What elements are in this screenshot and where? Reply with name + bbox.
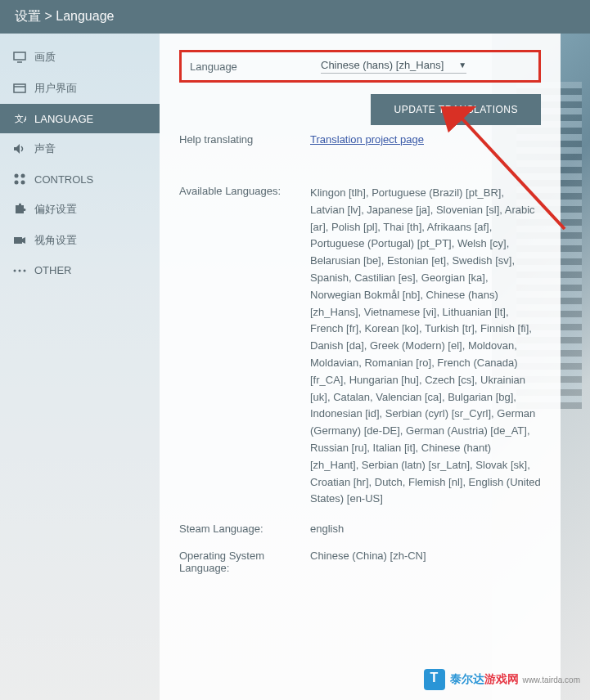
available-languages-list: Klingon [tlh], Portuguese (Brazil) [pt_B… xyxy=(310,185,541,508)
update-translations-button[interactable]: UPDATE TRANSLATIONS xyxy=(371,94,541,125)
svg-rect-10 xyxy=(14,237,22,244)
language-dropdown-value: Chinese (hans) [zh_Hans] xyxy=(321,59,444,71)
breadcrumb-current: Language xyxy=(56,9,114,23)
svg-point-12 xyxy=(14,269,16,271)
svg-text:文A: 文A xyxy=(15,114,26,123)
sidebar-item-label: OTHER xyxy=(34,264,72,276)
svg-point-13 xyxy=(19,269,21,271)
sidebar-item-camera[interactable]: 视角设置 xyxy=(0,225,160,256)
gamepad-icon xyxy=(11,173,28,186)
steam-language-row: Steam Language: english xyxy=(179,523,541,535)
sidebar-item-label: LANGUAGE xyxy=(34,113,93,125)
watermark-text-2: 游戏网 xyxy=(484,672,519,687)
content-panel: Language Chinese (hans) [zh_Hans] ▼ UPDA… xyxy=(160,34,561,700)
os-language-row: Operating System Language: Chinese (Chin… xyxy=(179,550,541,574)
puzzle-icon xyxy=(11,203,28,216)
sidebar-item-language[interactable]: 文A LANGUAGE xyxy=(0,104,160,133)
svg-point-8 xyxy=(15,181,19,185)
svg-point-14 xyxy=(24,269,26,271)
sidebar-item-label: 视角设置 xyxy=(34,233,77,248)
speaker-icon xyxy=(11,143,28,155)
language-label: Language xyxy=(190,61,321,73)
card-icon xyxy=(11,83,28,93)
sidebar-item-display[interactable]: 画质 xyxy=(0,42,160,73)
monitor-icon xyxy=(11,52,28,63)
watermark-url: www.tairda.com xyxy=(522,675,580,684)
svg-rect-2 xyxy=(14,84,25,92)
language-dropdown[interactable]: Chinese (hans) [zh_Hans] ▼ xyxy=(321,59,466,74)
camera-icon xyxy=(11,236,28,245)
sidebar-item-controls[interactable]: CONTROLS xyxy=(0,164,160,194)
help-translating-label: Help translating xyxy=(179,133,310,146)
breadcrumb-separator: > xyxy=(44,9,52,23)
steam-language-value: english xyxy=(310,523,541,535)
sidebar: 画质 用户界面 文A LANGUAGE 声音 CONTROLS xyxy=(0,34,160,700)
svg-point-6 xyxy=(15,174,19,178)
sidebar-item-label: 画质 xyxy=(34,50,56,65)
svg-marker-5 xyxy=(14,144,20,154)
sidebar-item-other[interactable]: OTHER xyxy=(0,256,160,285)
breadcrumb: 设置 > Language xyxy=(0,0,590,34)
sidebar-item-preferences[interactable]: 偏好设置 xyxy=(0,194,160,225)
svg-marker-11 xyxy=(22,237,25,244)
available-languages-label: Available Languages: xyxy=(179,185,310,508)
watermark-logo-icon xyxy=(424,669,445,690)
translate-icon: 文A xyxy=(11,112,28,125)
help-translating-row: Help translating Translation project pag… xyxy=(179,133,541,146)
watermark: 泰尔达游戏网 www.tairda.com xyxy=(424,669,580,690)
sidebar-item-label: 声音 xyxy=(34,141,56,156)
main-container: 画质 用户界面 文A LANGUAGE 声音 CONTROLS xyxy=(0,34,590,700)
translation-project-link[interactable]: Translation project page xyxy=(310,133,424,146)
svg-rect-0 xyxy=(14,52,25,60)
os-language-label: Operating System Language: xyxy=(179,550,310,574)
breadcrumb-root[interactable]: 设置 xyxy=(15,9,41,23)
dots-icon xyxy=(11,269,28,272)
available-languages-row: Available Languages: Klingon [tlh], Port… xyxy=(179,185,541,508)
chevron-down-icon: ▼ xyxy=(458,61,466,70)
svg-point-9 xyxy=(21,181,25,185)
sidebar-item-label: CONTROLS xyxy=(34,173,93,186)
watermark-text-1: 泰尔达 xyxy=(450,672,484,687)
os-language-value: Chinese (China) [zh-CN] xyxy=(310,550,541,574)
sidebar-item-label: 偏好设置 xyxy=(34,202,77,217)
sidebar-item-ui[interactable]: 用户界面 xyxy=(0,73,160,104)
language-selector-highlight: Language Chinese (hans) [zh_Hans] ▼ xyxy=(179,50,541,83)
sidebar-item-label: 用户界面 xyxy=(34,81,77,96)
sidebar-item-sound[interactable]: 声音 xyxy=(0,133,160,164)
steam-language-label: Steam Language: xyxy=(179,523,310,535)
svg-point-7 xyxy=(21,174,25,178)
